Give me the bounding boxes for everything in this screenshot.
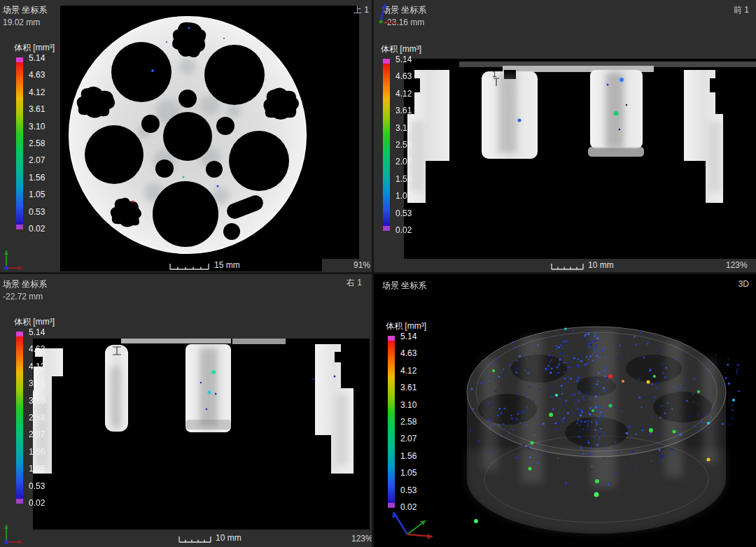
coord-system-label: 场景 坐标系 bbox=[3, 278, 47, 290]
viewport-name-top: 上 1 bbox=[354, 4, 369, 16]
legend-values: 5.144.634.123.613.102.582.071.561.050.53… bbox=[29, 53, 45, 234]
scale-value: 10 mm bbox=[588, 260, 614, 270]
coord-system-label: 场景 坐标系 bbox=[3, 4, 47, 16]
coord-system-label: 场景 坐标系 bbox=[382, 280, 426, 292]
front-view-slice-image[interactable]: 1 bbox=[404, 59, 756, 259]
scale-value: 10 mm bbox=[216, 533, 241, 543]
legend-values: 5.144.634.123.613.102.582.071.561.050.53… bbox=[29, 327, 45, 508]
legend-title: 体积 [mm³] bbox=[381, 43, 424, 55]
viewport-top-view[interactable]: 场景 坐标系 19.02 mm 上 1 bbox=[0, 0, 372, 272]
zoom-percentage: 123% bbox=[726, 260, 748, 270]
axis-indicator-icon bbox=[1, 246, 27, 271]
axis-indicator-icon bbox=[1, 520, 27, 546]
volume-legend: 体积 [mm³] 5.144.634.123.613.102.582.071.5… bbox=[14, 42, 57, 54]
slice-position-value: -22.72 mm bbox=[3, 292, 43, 301]
viewport-name-3d: 3D bbox=[738, 279, 749, 289]
zoom-percentage: 123% bbox=[351, 534, 372, 544]
legend-colorbar bbox=[383, 59, 390, 231]
density-mottling bbox=[410, 73, 722, 192]
volume-legend: 体积 [mm³] 5.144.634.123.613.102.582.071.5… bbox=[386, 320, 429, 332]
slice-position-value: 19.02 mm bbox=[3, 17, 40, 27]
ct-inspection-app: { "legend": { "title": "体积 [mm³]", "valu… bbox=[0, 0, 756, 547]
right-view-slice-image[interactable] bbox=[33, 339, 370, 530]
defect-annotation-label: 1 bbox=[492, 69, 497, 79]
viewport-right-view[interactable]: 场景 坐标系 -22.72 mm 右 1 体积 [mm³] 5.144.634.… bbox=[0, 274, 372, 547]
viewport-3d-view[interactable]: 场景 坐标系 3D 体积 [mm³] bbox=[374, 274, 756, 547]
legend-colorbar bbox=[16, 57, 23, 229]
scale-ruler-icon bbox=[169, 262, 210, 271]
legend-values: 5.144.634.123.613.102.582.071.561.050.53… bbox=[396, 55, 412, 235]
volume-legend: 体积 [mm³] 5.144.634.123.613.102.582.071.5… bbox=[381, 43, 424, 55]
legend-title: 体积 [mm³] bbox=[14, 42, 57, 54]
legend-colorbar bbox=[16, 332, 23, 504]
top-view-slice-image[interactable] bbox=[60, 6, 359, 271]
legend-colorbar bbox=[388, 336, 395, 508]
viewport-name-front: 前 1 bbox=[734, 4, 749, 16]
viewport-divider-horizontal bbox=[0, 272, 756, 274]
scale-value: 15 mm bbox=[214, 260, 240, 270]
scale-ruler-icon bbox=[551, 262, 584, 271]
legend-values: 5.144.634.123.613.102.582.071.561.050.53… bbox=[400, 332, 416, 512]
top-plate bbox=[232, 339, 286, 344]
scale-ruler-icon bbox=[178, 535, 212, 544]
legend-title: 体积 [mm³] bbox=[386, 320, 429, 332]
legend-title: 体积 [mm³] bbox=[14, 316, 57, 328]
viewport-name-right: 右 1 bbox=[346, 277, 362, 289]
orientation-triad-icon bbox=[381, 502, 437, 544]
axis-indicator-icon bbox=[374, 0, 399, 25]
zoom-percentage: 91% bbox=[354, 260, 370, 270]
volume-legend: 体积 [mm³] 5.144.634.123.613.102.582.071.5… bbox=[14, 316, 57, 328]
viewport-front-view[interactable]: 场景 坐标系 -23.16 mm 前 1 1 体积 [mm³] 5.14 bbox=[374, 0, 756, 272]
top-plate bbox=[121, 339, 231, 343]
